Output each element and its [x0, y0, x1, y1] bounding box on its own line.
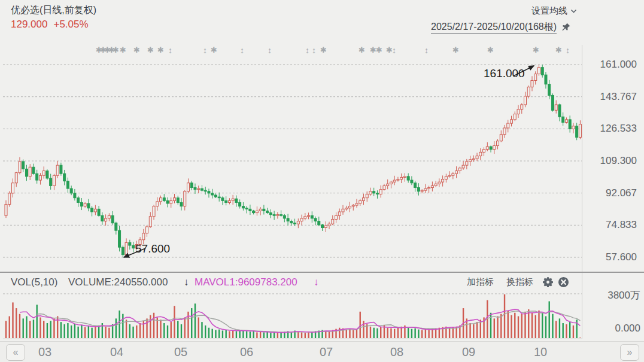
asterisk-marker-icon[interactable]: ✱ [113, 45, 119, 54]
scroll-left-button[interactable]: « [6, 344, 25, 361]
price-axis-label: 74.833 [585, 219, 637, 231]
updown-marker-icon[interactable]: ↕ [424, 45, 429, 55]
pushpin-icon[interactable] [561, 22, 571, 32]
chevron-down-icon [570, 9, 577, 14]
updown-marker-icon[interactable]: ↕ [203, 45, 207, 55]
mavol1-value-label: MAVOL1:9609783.200 [195, 276, 297, 288]
switch-indicator-button[interactable]: 换指标 [506, 276, 533, 288]
month-label-04: 04 [106, 345, 127, 359]
month-label-07: 07 [315, 345, 337, 359]
updown-marker-icon[interactable]: ↕ [312, 45, 316, 55]
close-indicator-icon[interactable] [558, 276, 569, 288]
volume-axis-max-label: 3800万 [589, 288, 640, 302]
volume-value-label: VOLUME:240550.000 [68, 276, 168, 288]
price-axis-label: 126.533 [585, 123, 637, 135]
price-axis-label: 161.000 [585, 59, 637, 71]
updown-marker-icon[interactable]: ↕ [305, 45, 309, 55]
asterisk-marker-icon[interactable]: ✱ [320, 45, 327, 54]
updown-marker-icon[interactable]: ↕ [566, 45, 570, 55]
updown-marker-icon[interactable]: ↕ [168, 45, 172, 55]
page-title: 优必选(日线,前复权) [11, 4, 96, 17]
month-label-06: 06 [236, 345, 257, 359]
mavol1-down-arrow-icon: ↓ [314, 276, 319, 288]
asterisk-marker-icon[interactable]: ✱ [147, 45, 154, 54]
low-price-annotation: 57.600 [135, 242, 170, 255]
asterisk-marker-icon[interactable]: ✱ [533, 45, 539, 54]
vol-indicator-label[interactable]: VOL(5,10) [11, 276, 57, 288]
asterisk-marker-icon[interactable]: ✱ [555, 45, 562, 54]
gear-icon[interactable] [542, 276, 554, 288]
high-price-annotation: 161.000 [484, 67, 525, 80]
current-price: 129.000 [11, 19, 47, 30]
asterisk-marker-icon[interactable]: ✱ [452, 45, 459, 54]
price-change: +5.05% [53, 19, 88, 30]
month-label-05: 05 [170, 345, 192, 359]
time-axis-bar: « 03 04 05 06 07 08 09 10 » [0, 341, 644, 362]
month-label-03: 03 [34, 345, 56, 359]
panel-divider [0, 272, 644, 273]
asterisk-marker-icon[interactable]: ✱ [157, 45, 164, 54]
add-indicator-button[interactable]: 加指标 [467, 276, 494, 288]
price-axis-label: 57.600 [585, 251, 637, 263]
updown-marker-icon[interactable]: ↕ [240, 45, 244, 55]
price-axis-label: 92.067 [585, 187, 637, 199]
volume-axis-zero-label: 0.000 [589, 323, 640, 334]
asterisk-marker-icon[interactable]: ✱ [133, 45, 140, 54]
price-axis-label: 143.767 [585, 91, 637, 103]
month-label-10: 10 [530, 345, 551, 359]
scroll-right-button[interactable]: » [620, 344, 639, 361]
asterisk-marker-icon[interactable]: ✱ [211, 45, 217, 54]
updown-marker-icon[interactable]: ↕ [268, 45, 272, 55]
asterisk-marker-icon[interactable]: ✱ [376, 45, 382, 54]
current-price-row: 129.000+5.05% [11, 19, 95, 31]
volume-down-arrow-icon: ↓ [184, 276, 189, 288]
asterisk-marker-icon[interactable]: ✱ [120, 45, 126, 54]
price-axis-label: 109.300 [585, 155, 637, 167]
month-label-09: 09 [458, 345, 479, 359]
ma-settings-button[interactable]: 设置均线 [531, 5, 577, 17]
asterisk-marker-icon[interactable]: ✱ [359, 45, 365, 54]
updown-marker-icon[interactable]: ↕ [392, 45, 396, 55]
date-range-link[interactable]: 2025/2/17-2025/10/20(168根) [431, 21, 557, 34]
month-label-08: 08 [386, 345, 408, 359]
asterisk-marker-icon[interactable]: ✱ [487, 45, 494, 54]
ma-settings-label: 设置均线 [531, 5, 567, 17]
